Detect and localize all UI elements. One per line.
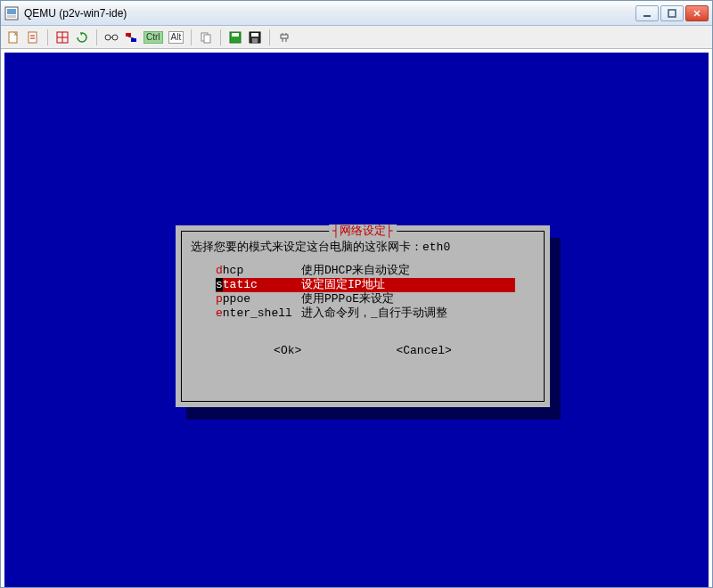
svg-rect-3 xyxy=(643,15,651,17)
fullscreen-icon[interactable] xyxy=(55,30,70,45)
window-title: QEMU (p2v-win7-ide) xyxy=(24,7,635,20)
option-pppoe[interactable]: pppoe 使用PPPoE来设定 xyxy=(216,292,515,306)
alt-key-label[interactable]: Alt xyxy=(168,31,184,44)
connect-icon[interactable] xyxy=(124,30,138,45)
dialog-buttons: <Ok> <Cancel> xyxy=(191,344,535,367)
cancel-button[interactable]: <Cancel> xyxy=(396,344,451,358)
copy-icon[interactable] xyxy=(199,30,213,45)
vm-display[interactable]: ┤网络设定├ 选择您要的模式来设定这台电脑的这张网卡：eth0 dhcp 使用D… xyxy=(4,53,709,587)
app-icon xyxy=(4,6,19,20)
svg-line-17 xyxy=(128,37,134,38)
titlebar[interactable]: QEMU (p2v-win7-ide) xyxy=(1,1,712,26)
svg-rect-24 xyxy=(252,38,258,43)
dialog-title: ┤网络设定├ xyxy=(329,225,397,239)
separator-icon xyxy=(96,29,97,45)
maximize-button[interactable] xyxy=(660,5,684,21)
svg-point-12 xyxy=(105,35,111,40)
svg-rect-2 xyxy=(7,15,16,18)
svg-rect-15 xyxy=(126,33,131,37)
main-window: QEMU (p2v-win7-ide) Ctrl Alt xyxy=(0,0,713,588)
separator-icon xyxy=(269,29,270,45)
svg-rect-8 xyxy=(29,32,37,43)
svg-rect-4 xyxy=(668,10,676,17)
separator-icon xyxy=(191,29,192,45)
toolbar: Ctrl Alt xyxy=(1,26,712,49)
svg-rect-21 xyxy=(232,33,239,37)
option-enter-shell[interactable]: enter_shell 进入命令列，_自行手动调整 xyxy=(216,306,515,321)
new-doc-icon[interactable] xyxy=(6,30,20,45)
svg-point-13 xyxy=(112,35,118,40)
dialog-border: ┤网络设定├ 选择您要的模式来设定这台电脑的这张网卡：eth0 dhcp 使用D… xyxy=(181,231,545,402)
ctrl-key-label[interactable]: Ctrl xyxy=(143,31,163,44)
separator-icon xyxy=(220,29,221,45)
open-doc-icon[interactable] xyxy=(26,30,40,45)
svg-rect-1 xyxy=(7,9,16,14)
glasses-icon[interactable] xyxy=(104,30,119,45)
close-button[interactable] xyxy=(685,5,709,21)
minimize-button[interactable] xyxy=(635,5,659,21)
disk-green-icon[interactable] xyxy=(228,30,242,45)
option-static[interactable]: static 设定固定IP地址 xyxy=(216,278,515,292)
ok-button[interactable]: <Ok> xyxy=(274,344,301,358)
settings-icon[interactable] xyxy=(277,30,291,45)
dialog-prompt: 选择您要的模式来设定这台电脑的这张网卡：eth0 xyxy=(191,241,535,255)
options-list: dhcp 使用DHCP来自动设定 static 设定固定IP地址 pppoe 使… xyxy=(216,264,515,321)
svg-rect-25 xyxy=(281,35,288,38)
option-dhcp[interactable]: dhcp 使用DHCP来自动设定 xyxy=(216,264,515,278)
dialog-body: 选择您要的模式来设定这台电脑的这张网卡：eth0 dhcp 使用DHCP来自动设… xyxy=(182,232,544,367)
content-area: ┤网络设定├ 选择您要的模式来设定这台电脑的这张网卡：eth0 dhcp 使用D… xyxy=(1,49,712,587)
network-config-dialog: ┤网络设定├ 选择您要的模式来设定这台电脑的这张网卡：eth0 dhcp 使用D… xyxy=(176,225,550,407)
window-buttons xyxy=(635,5,709,21)
svg-rect-19 xyxy=(204,35,210,43)
save-icon[interactable] xyxy=(248,30,262,45)
separator-icon xyxy=(47,29,48,45)
refresh-icon[interactable] xyxy=(75,30,89,45)
svg-rect-16 xyxy=(131,38,136,42)
svg-rect-23 xyxy=(251,33,258,37)
